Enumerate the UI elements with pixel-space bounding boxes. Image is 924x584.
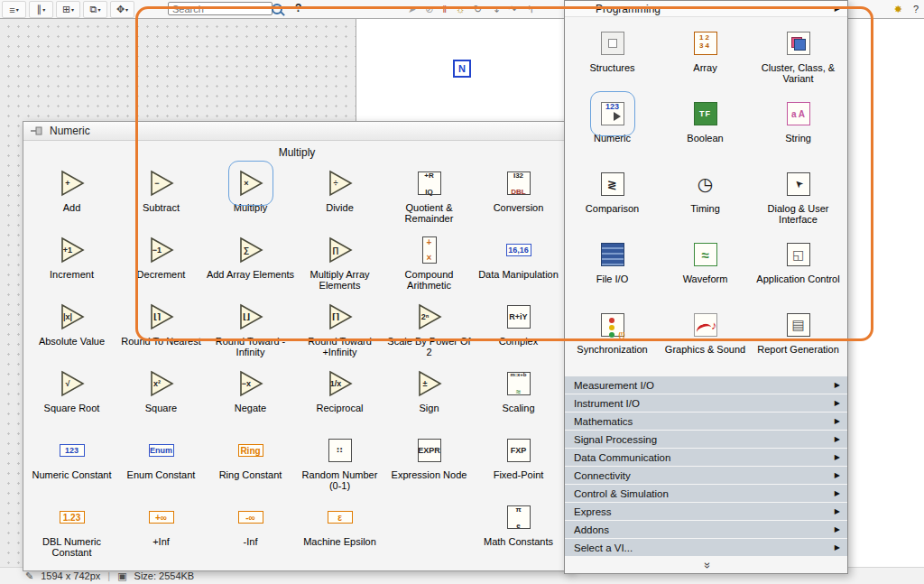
function-icon: |x| xyxy=(58,302,87,331)
palette-category-item[interactable]: TF Boolean xyxy=(659,91,752,162)
numeric-function-item[interactable]: ∏ Multiply Array Elements xyxy=(295,229,384,296)
palette-menu-item[interactable]: Instrument I/O ▶ xyxy=(565,394,847,412)
execution-tools-group: ➤⊘‖☼↻↴↷↰ xyxy=(408,0,534,18)
chevron-right-icon: ▶ xyxy=(835,543,840,552)
numeric-function-item[interactable]: +R IQ Quotient & Remainder xyxy=(384,162,474,229)
numeric-function-item[interactable]: + Add xyxy=(27,162,116,229)
search-icon[interactable] xyxy=(272,4,282,14)
pin-icon[interactable] xyxy=(31,125,43,136)
numeric-function-item[interactable]: ± Sign xyxy=(384,363,474,430)
item-label: Scaling xyxy=(502,403,534,413)
toolbar-icon[interactable]: ↷ xyxy=(509,5,517,14)
palette-category-item[interactable]: Structures xyxy=(566,21,659,91)
numeric-function-item[interactable]: |x| Absolute Value xyxy=(27,296,116,363)
for-loop-count-terminal[interactable]: N xyxy=(453,60,471,78)
numeric-function-item[interactable]: × Multiply xyxy=(206,162,295,229)
toolbar-dropdown-button[interactable]: ≡ ▾ xyxy=(2,1,26,18)
toolbar-icon[interactable]: ‖ xyxy=(442,5,447,14)
numeric-function-item[interactable]: R+iY Complex xyxy=(474,296,563,363)
numeric-function-item[interactable]: x² Square xyxy=(116,363,206,430)
chevron-right-icon: ▶ xyxy=(835,417,840,425)
numeric-function-item[interactable]: 16,16 Data Manipulation xyxy=(474,229,563,296)
numeric-function-item[interactable]: ∷ Random Number (0-1) xyxy=(295,430,384,496)
numeric-function-item[interactable]: ⌊⌋ Round Toward -Infinity xyxy=(206,296,295,363)
toolbar-icon[interactable]: ✸ xyxy=(894,5,902,14)
palette-menu-item[interactable]: Control & Simulation ▶ xyxy=(565,485,847,502)
palette-category-item[interactable]: (!) Synchronization xyxy=(566,302,659,373)
numeric-function-item[interactable]: FXP Fixed-Point xyxy=(474,430,563,496)
numeric-function-item[interactable]: 123 Numeric Constant xyxy=(27,430,116,496)
palette-category-item[interactable]: 1234 Array xyxy=(659,21,752,91)
icon-glyph: ♪ xyxy=(691,311,720,339)
palette-menu-item[interactable]: Addons ▶ xyxy=(565,521,847,538)
palette-category-item[interactable]: Cluster, Class, & Variant xyxy=(752,21,845,91)
numeric-function-item[interactable]: -∞ -Inf xyxy=(206,496,295,563)
numeric-function-item[interactable]: − Subtract xyxy=(116,162,206,229)
numeric-function-item[interactable]: ∑ Add Array Elements xyxy=(206,229,295,296)
palette-category-item[interactable]: a A String xyxy=(752,91,845,162)
palette-category-item[interactable]: ≷ Comparison xyxy=(566,162,659,232)
numeric-function-item[interactable]: +∞ +Inf xyxy=(116,496,206,563)
numeric-function-item[interactable]: ⌊⌉ Round To Nearest xyxy=(116,296,206,363)
toolbar-icon[interactable]: ↴ xyxy=(491,5,499,14)
item-label: Machine Epsilon xyxy=(303,536,376,547)
numeric-function-item[interactable]: 2ⁿ Scale By Power Of 2 xyxy=(384,296,474,363)
palette-menu-item[interactable]: Select a VI... ▶ xyxy=(565,539,847,556)
toolbar-icon[interactable]: ↰ xyxy=(526,5,534,14)
numeric-function-item[interactable]: ⌈⌉ Round Toward +Infinity xyxy=(295,296,384,363)
search-input[interactable] xyxy=(168,2,273,15)
numeric-function-item[interactable]: EXPR Expression Node xyxy=(384,430,474,496)
numeric-function-item[interactable] xyxy=(384,496,474,563)
icon-glyph: FXP xyxy=(504,436,533,465)
numeric-function-item[interactable]: π e Math Constants xyxy=(474,496,563,563)
icon-glyph-secondary: DBL xyxy=(504,188,533,196)
palette-menu-item[interactable]: Signal Processing ▶ xyxy=(565,431,847,448)
numeric-function-item[interactable]: m:x+b ≈ Scaling xyxy=(474,363,563,430)
palette-category-item[interactable]: ➤ Dialog & User Interface xyxy=(752,162,845,232)
palette-header[interactable]: Programming ▶ xyxy=(565,1,847,17)
numeric-function-item[interactable]: +1 Increment xyxy=(27,229,116,296)
palette-category-item[interactable]: ◱ Application Control xyxy=(752,232,845,302)
palette-menu-item[interactable]: Connectivity ▶ xyxy=(565,467,847,484)
numeric-function-item[interactable]: ÷ Divide xyxy=(295,162,384,229)
palette-category-item[interactable]: File I/O xyxy=(566,232,659,302)
icon-glyph: 2ⁿ xyxy=(415,302,444,331)
toolbar-dropdown-button[interactable]: ⧉ ▾ xyxy=(83,1,107,18)
function-icon: Ring xyxy=(236,436,265,465)
chevron-right-icon: ▶ xyxy=(835,507,840,515)
numeric-function-item[interactable]: Ring Ring Constant xyxy=(206,430,295,496)
menu-item-label: Select a VI... xyxy=(574,542,633,553)
help-button[interactable]: ? xyxy=(295,2,301,14)
numeric-function-item[interactable]: −x Negate xyxy=(206,363,295,430)
palette-category-item[interactable]: ◷ Timing xyxy=(659,162,752,232)
palette-menu-item[interactable]: Mathematics ▶ xyxy=(565,413,847,430)
palette-title-bar[interactable]: Numeric xyxy=(23,122,570,141)
palette-category-item[interactable]: ≈ Waveform xyxy=(659,232,752,302)
numeric-function-item[interactable]: √ Square Root xyxy=(27,363,116,430)
toolbar-icon[interactable]: ↻ xyxy=(474,5,482,14)
palette-menu-item[interactable]: Measurement I/O ▶ xyxy=(565,376,847,394)
numeric-function-item[interactable]: 1/x Reciprocal xyxy=(295,363,384,430)
numeric-function-item[interactable]: ε Machine Epsilon xyxy=(295,496,384,563)
toolbar-icon[interactable]: ? xyxy=(913,5,919,14)
numeric-function-item[interactable]: Enum Enum Constant xyxy=(116,430,206,496)
palette-category-item[interactable]: ♪ Graphics & Sound xyxy=(659,302,752,373)
numeric-function-item[interactable]: + × Compound Arithmetic xyxy=(384,229,474,296)
toolbar-dropdown-button[interactable]: ✥ ▾ xyxy=(110,1,134,18)
palette-menu-item[interactable]: Data Communication ▶ xyxy=(565,449,847,466)
function-icon: Enum xyxy=(147,436,176,465)
toolbar-dropdown-button[interactable]: ∥ ▾ xyxy=(29,1,53,18)
category-icon: ♪ xyxy=(691,311,720,339)
toolbar-icon[interactable]: ➤ xyxy=(408,5,416,14)
icon-glyph: +1 xyxy=(58,236,87,264)
palette-menu-item[interactable]: Express ▶ xyxy=(565,503,847,520)
toolbar-icon[interactable]: ☼ xyxy=(456,5,465,14)
numeric-function-item[interactable]: I32 DBL Conversion xyxy=(474,162,563,229)
palette-category-item[interactable]: 123 Numeric xyxy=(566,91,659,162)
numeric-function-item[interactable]: −1 Decrement xyxy=(116,229,206,296)
toolbar-dropdown-button[interactable]: ⊞ ▾ xyxy=(56,1,80,18)
palette-category-item[interactable]: ▤ Report Generation xyxy=(752,302,845,373)
numeric-function-item[interactable]: 1.23 DBL Numeric Constant xyxy=(27,496,116,563)
toolbar-icon[interactable]: ⊘ xyxy=(425,5,433,14)
expand-chevron-button[interactable]: « xyxy=(565,557,847,573)
